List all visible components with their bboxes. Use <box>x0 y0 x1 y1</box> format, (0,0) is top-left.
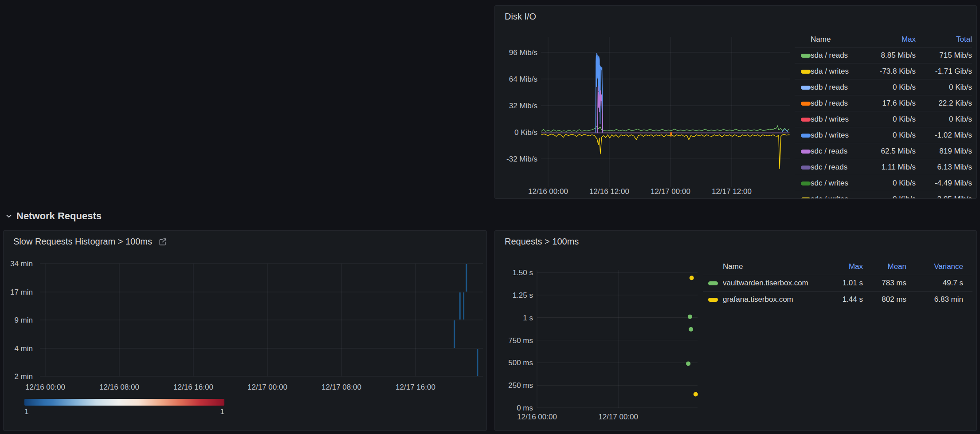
legend-max: 8.85 Mib/s <box>866 51 916 60</box>
disk-io-chart[interactable]: 12/16 00:0012/16 12:0012/17 00:0012/17 1… <box>495 6 796 199</box>
legend-max: 0 Kib/s <box>866 115 916 124</box>
legend-header-row[interactable]: NameMaxMeanVariance <box>703 259 972 275</box>
requests-scatter-chart[interactable]: 12/16 00:0012/17 00:000 ms250 ms500 ms75… <box>495 231 703 431</box>
legend-column-mean[interactable]: Mean <box>872 262 916 271</box>
legend-name: sdb / writes <box>811 131 866 140</box>
histogram-panel-title-text: Slow Requests Histogram > 100ms <box>13 237 152 247</box>
legend-total: -4.49 Mib/s <box>916 179 972 188</box>
series-color-pill <box>801 197 811 199</box>
svg-text:96 Mib/s: 96 Mib/s <box>509 48 537 57</box>
svg-text:0 ms: 0 ms <box>517 404 533 412</box>
legend-column-max[interactable]: Max <box>823 262 872 271</box>
legend-name: sdc / writes <box>811 195 866 199</box>
color-scale-max-label: 1 <box>207 407 224 416</box>
series-color-pill <box>801 54 811 58</box>
legend-row[interactable]: vaultwarden.tiserbox.com1.01 s783 ms49.7… <box>703 275 972 291</box>
legend-max: 1.01 s <box>823 279 872 288</box>
requests-panel-title-text: Requests > 100ms <box>505 237 579 247</box>
legend-row[interactable]: sda / reads8.85 Mib/s715 Mib/s <box>795 47 972 63</box>
legend-column-name[interactable]: Name <box>723 262 823 271</box>
legend-name: sdb / reads <box>811 99 866 108</box>
row-header-network-requests[interactable]: Network Requests <box>5 210 102 222</box>
svg-text:750 ms: 750 ms <box>508 336 533 345</box>
legend-row[interactable]: sdc / writes0 Kib/s-2.05 Mib/s <box>795 191 972 199</box>
legend-mean: 783 ms <box>872 279 916 288</box>
heatmap-color-scale <box>24 399 224 406</box>
legend-variance: 49.7 s <box>916 279 972 288</box>
legend-name: vaultwarden.tiserbox.com <box>723 279 823 288</box>
disk-io-panel-title[interactable]: Disk I/O <box>505 12 536 22</box>
slow-requests-heatmap[interactable]: 34 min17 min9 min4 min2 min12/16 00:0012… <box>4 231 486 397</box>
legend-total: 0 Kib/s <box>916 83 972 92</box>
svg-text:12/16 00:00: 12/16 00:00 <box>517 413 557 421</box>
legend-column-max[interactable]: Max <box>866 35 916 44</box>
legend-max: 62.5 Mib/s <box>866 147 916 156</box>
svg-text:4 min: 4 min <box>14 344 33 353</box>
legend-total: 715 Mib/s <box>916 51 972 60</box>
legend-max: 0 Kib/s <box>866 83 916 92</box>
row-header-label: Network Requests <box>16 210 102 222</box>
legend-row[interactable]: sdb / reads0 Kib/s0 Kib/s <box>795 79 972 95</box>
panel-disk-io: Disk I/O 12/16 00:0012/16 12:0012/17 00:… <box>494 5 977 199</box>
histogram-panel-title[interactable]: Slow Requests Histogram > 100ms <box>13 237 167 247</box>
grafana-dashboard: Disk I/O 12/16 00:0012/16 12:0012/17 00:… <box>0 0 980 434</box>
legend-name: sda / writes <box>811 67 866 76</box>
legend-row[interactable]: sdb / reads17.6 Kib/s22.2 Kib/s <box>795 95 972 111</box>
color-scale-min-label: 1 <box>24 407 28 416</box>
legend-max: 0 Kib/s <box>866 131 916 140</box>
legend-name: sdb / reads <box>811 83 866 92</box>
svg-text:1.50 s: 1.50 s <box>513 268 533 277</box>
legend-max: -73.8 Kib/s <box>866 67 916 76</box>
series-color-pill <box>801 134 811 138</box>
series-color-pill <box>801 102 811 106</box>
svg-text:12/16 00:00: 12/16 00:00 <box>528 187 568 196</box>
legend-column-variance[interactable]: Variance <box>916 262 972 271</box>
svg-text:1.25 s: 1.25 s <box>513 291 533 300</box>
legend-header-row[interactable]: NameMaxTotal <box>795 32 972 47</box>
requests-panel-title[interactable]: Requests > 100ms <box>505 237 579 247</box>
svg-text:12/17 00:00: 12/17 00:00 <box>598 413 638 421</box>
svg-text:-32 Mib/s: -32 Mib/s <box>506 155 537 163</box>
legend-row[interactable]: sdc / reads62.5 Mib/s819 Mib/s <box>795 143 972 159</box>
svg-text:12/17 00:00: 12/17 00:00 <box>247 383 287 391</box>
legend-name: sdc / reads <box>811 163 866 172</box>
svg-text:34 min: 34 min <box>10 260 33 268</box>
series-color-pill <box>801 86 811 90</box>
legend-name: sdb / writes <box>811 115 866 124</box>
legend-row[interactable]: sdc / writes0 Kib/s-4.49 Mib/s <box>795 175 972 191</box>
legend-name: sdc / reads <box>811 147 866 156</box>
legend-column-total[interactable]: Total <box>916 35 972 44</box>
requests-legend-table: NameMaxMeanVariancevaultwarden.tiserbox.… <box>703 259 972 308</box>
legend-row[interactable]: grafana.tiserbox.com1.44 s802 ms6.83 min <box>703 291 972 308</box>
legend-row[interactable]: sdb / writes0 Kib/s0 Kib/s <box>795 111 972 127</box>
svg-text:12/17 08:00: 12/17 08:00 <box>321 383 361 391</box>
svg-text:12/16 16:00: 12/16 16:00 <box>173 383 213 391</box>
legend-row[interactable]: sdc / reads1.11 Mib/s6.13 Mib/s <box>795 159 972 175</box>
legend-max: 1.44 s <box>823 295 872 304</box>
legend-total: 6.13 Mib/s <box>916 163 972 172</box>
svg-text:9 min: 9 min <box>14 316 33 324</box>
legend-row[interactable]: sda / writes-73.8 Kib/s-1.71 Gib/s <box>795 63 972 79</box>
legend-column-name[interactable]: Name <box>811 35 866 44</box>
svg-text:12/17 16:00: 12/17 16:00 <box>396 383 435 391</box>
legend-total: -1.02 Mib/s <box>916 131 972 140</box>
svg-text:17 min: 17 min <box>10 288 33 296</box>
panel-requests-100ms: Requests > 100ms 12/16 00:0012/17 00:000… <box>494 230 977 431</box>
disk-io-legend-table: NameMaxTotalsda / reads8.85 Mib/s715 Mib… <box>795 32 974 199</box>
legend-max: 1.11 Mib/s <box>866 163 916 172</box>
svg-text:12/17 00:00: 12/17 00:00 <box>651 187 690 196</box>
series-color-pill <box>708 281 718 285</box>
legend-max: 0 Kib/s <box>866 195 916 199</box>
legend-total: 22.2 Kib/s <box>916 99 972 108</box>
svg-text:64 Mib/s: 64 Mib/s <box>509 75 537 83</box>
series-color-pill <box>801 150 811 154</box>
external-link-icon[interactable] <box>158 237 167 246</box>
legend-name: grafana.tiserbox.com <box>723 295 823 304</box>
legend-total: -1.71 Gib/s <box>916 67 972 76</box>
legend-row[interactable]: sdb / writes0 Kib/s-1.02 Mib/s <box>795 127 972 143</box>
svg-text:500 ms: 500 ms <box>508 359 533 367</box>
legend-mean: 802 ms <box>872 295 916 304</box>
panel-slow-requests-histogram: Slow Requests Histogram > 100ms 34 min17… <box>3 230 487 431</box>
legend-total: -2.05 Mib/s <box>916 195 972 199</box>
svg-text:0 Kib/s: 0 Kib/s <box>514 128 537 137</box>
